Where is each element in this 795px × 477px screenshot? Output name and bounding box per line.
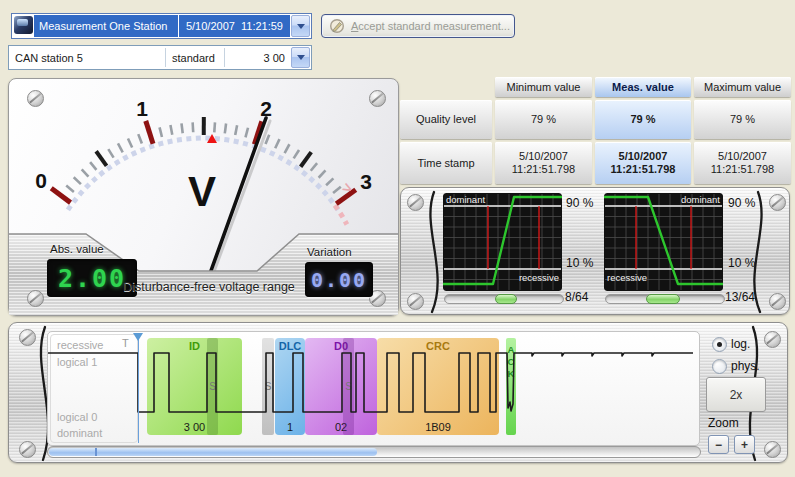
screw-icon <box>369 90 386 107</box>
frame-waveform-view: recessive logical 1 logical 0 dominant T… <box>47 331 700 446</box>
screw-icon <box>27 290 44 307</box>
station-icon <box>14 16 33 34</box>
logical1-level-label: logical 1 <box>57 356 97 368</box>
frame-viewer-panel: recessive logical 1 logical 0 dominant T… <box>8 322 788 463</box>
log-radio[interactable] <box>712 337 727 352</box>
upper-threshold-label: 90 % <box>566 196 602 210</box>
stuff-bit: S <box>343 338 354 435</box>
screw-icon <box>764 441 781 458</box>
column-header-meas: Meas. value <box>595 77 691 97</box>
timestamp-meas: 5/10/200711:21:51.798 <box>595 142 691 184</box>
lower-threshold-label: 10 % <box>566 256 602 270</box>
zoom-preset-button[interactable]: 2x <box>706 377 766 412</box>
trigger-cursor[interactable] <box>138 334 139 443</box>
station-select-selection: Measurement One Station 5/10/2007 11:21:… <box>34 15 290 37</box>
waveform-scrollbar[interactable] <box>47 446 701 458</box>
row-label-timestamp: Time stamp <box>400 142 492 184</box>
table-corner <box>400 77 492 97</box>
zoom-in-button[interactable]: + <box>734 435 755 454</box>
needle-shadow <box>212 121 270 277</box>
phys-radio[interactable] <box>712 359 727 374</box>
ack-letter: C <box>508 356 515 368</box>
rising-edge-counter: 8/64 <box>565 290 588 304</box>
screw-icon <box>19 441 36 458</box>
slider-thumb[interactable] <box>646 294 680 304</box>
phys-radio-label[interactable]: phys. <box>731 359 760 373</box>
upper-threshold-label: 90 % <box>728 196 764 210</box>
segment-crc-value: 1B09 <box>425 421 451 433</box>
slider-thumb[interactable] <box>495 294 517 304</box>
scrollbar-position-tick <box>95 448 97 456</box>
recessive-level-label: recessive <box>57 339 103 351</box>
segment-id: ID 3 00 <box>147 338 242 435</box>
falling-edge-slider[interactable] <box>605 294 725 304</box>
station-info-dropdown-button[interactable] <box>291 47 310 68</box>
variation-display: 0.00 <box>305 262 373 297</box>
recessive-label: recessive <box>519 272 559 283</box>
station-info-select[interactable]: CAN station 5 standard 3 00 <box>8 45 312 70</box>
segment-crc: CRC 1B09 <box>377 338 499 435</box>
chevron-down-icon <box>297 24 305 29</box>
segment-id-value: 3 00 <box>184 421 205 433</box>
level-labels: recessive logical 1 logical 0 dominant <box>50 334 138 443</box>
station-select-timestamp: 5/10/2007 11:21:59 <box>179 20 290 32</box>
quality-min: 79 % <box>495 100 592 139</box>
accept-standard-measurement-button[interactable]: Accept standard measurement... <box>321 14 515 38</box>
segment-id-name: ID <box>189 340 200 352</box>
scale-label-3: 3 <box>360 170 372 193</box>
stuff-bit: S <box>207 338 218 435</box>
segment-dlc: DLC 1 <box>275 338 305 435</box>
dominant-label: dominant <box>446 194 485 205</box>
ack-letter: K <box>508 368 515 380</box>
rising-edge-scope: dominant recessive <box>443 193 562 291</box>
station-select[interactable]: Measurement One Station 5/10/2007 11:21:… <box>11 13 312 39</box>
station-select-dropdown-button[interactable] <box>291 15 310 37</box>
variation-label: Variation <box>307 246 352 258</box>
stats-table: Minimum value Meas. value Maximum value … <box>400 77 791 184</box>
log-radio-label[interactable]: log. <box>731 337 750 351</box>
ack-letter: A <box>508 344 515 356</box>
trigger-marker-icon[interactable] <box>133 333 143 341</box>
zoom-label: Zoom <box>708 416 739 430</box>
screw-icon <box>407 293 424 310</box>
accept-icon <box>329 18 345 34</box>
chevron-down-icon <box>297 55 305 60</box>
row-label-quality: Quality level <box>400 100 492 139</box>
station-name: CAN station 5 <box>9 46 165 69</box>
frame-type: standard <box>166 46 224 69</box>
segment-dlc-value: 1 <box>287 421 293 433</box>
timestamp-max: 5/10/200711:21:51.798 <box>694 142 791 184</box>
edge-scope-panel: dominant recessive 90 % 10 % 8/64 domina… <box>400 187 790 315</box>
screw-icon <box>764 331 781 348</box>
timestamp-min: 5/10/200711:21:51.798 <box>495 142 592 184</box>
unit-label: V <box>188 168 216 215</box>
column-header-max: Maximum value <box>694 77 791 97</box>
screw-icon <box>769 194 786 211</box>
accept-button-label: Accept standard measurement... <box>351 20 510 32</box>
segment-crc-name: CRC <box>426 340 450 352</box>
logical0-level-label: logical 0 <box>57 411 97 423</box>
scale-label-0: 0 <box>35 169 47 192</box>
segment-d0: D0 02 <box>305 338 377 435</box>
falling-edge-counter: 13/64 <box>725 290 755 304</box>
station-select-value: Measurement One Station <box>34 20 178 32</box>
lower-threshold-label: 10 % <box>728 256 764 270</box>
quality-meas: 79 % <box>595 100 691 139</box>
falling-edge-scope: dominant recessive <box>604 193 723 291</box>
dominant-level-label: dominant <box>57 427 102 439</box>
screw-icon <box>769 293 786 310</box>
dominant-label: dominant <box>681 194 720 205</box>
screw-icon <box>19 329 36 346</box>
quality-max: 79 % <box>694 100 791 139</box>
recessive-label: recessive <box>607 272 647 283</box>
voltmeter-panel: 0 1 2 3 > V Abs. <box>8 78 399 316</box>
scrollbar-thumb[interactable] <box>49 448 377 456</box>
rising-edge-slider[interactable] <box>444 294 564 304</box>
column-header-min: Minimum value <box>495 77 592 97</box>
screw-icon <box>27 90 44 107</box>
segment-ack: A C K <box>506 338 516 435</box>
measurement-window: Measurement One Station 5/10/2007 11:21:… <box>0 0 795 477</box>
trigger-label: T <box>122 337 129 349</box>
screw-icon <box>407 194 424 211</box>
zoom-out-button[interactable]: − <box>708 435 729 454</box>
